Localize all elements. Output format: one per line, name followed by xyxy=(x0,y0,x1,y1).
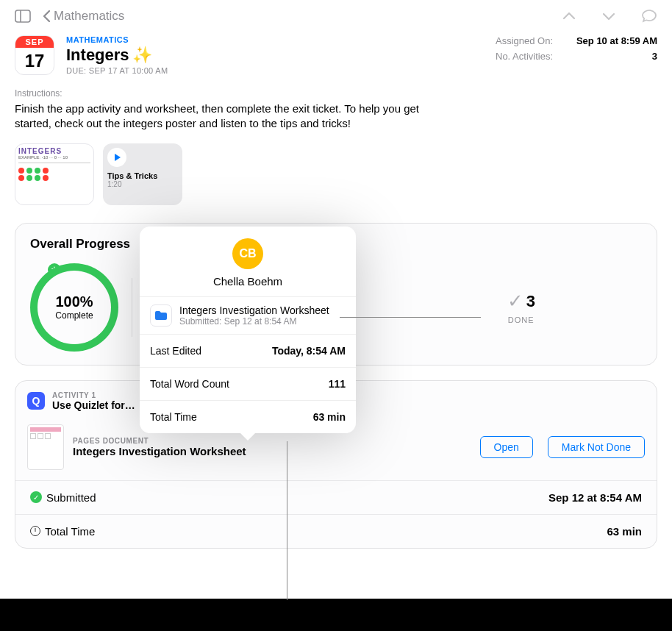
clock-icon xyxy=(30,526,40,536)
progress-complete-label: Complete xyxy=(55,310,93,321)
popup-row: Total Time63 min xyxy=(140,400,356,433)
submitted-value: Sep 12 at 8:54 AM xyxy=(548,491,642,504)
open-button[interactable]: Open xyxy=(480,436,533,458)
check-icon: ✓ xyxy=(507,290,523,313)
play-icon xyxy=(107,148,126,167)
total-time-value: 63 min xyxy=(607,525,642,538)
progress-ring: ★ 100% Complete xyxy=(30,263,118,352)
submitted-label: Submitted xyxy=(46,491,96,504)
popup-row: Total Word Count111 xyxy=(140,367,356,400)
done-stat: ✓3 DONE xyxy=(401,290,643,324)
attachments-row: INTEGERS EXAMPLE: -10 ··· 0 ··· 10 Tips … xyxy=(0,132,672,223)
svg-rect-0 xyxy=(15,10,30,22)
calendar-month: SEP xyxy=(15,36,54,48)
audio-duration: 1:20 xyxy=(107,180,178,188)
callout-line xyxy=(287,441,287,600)
student-detail-popup: CB Chella Boehm Integers Investigation W… xyxy=(140,227,356,433)
done-label: DONE xyxy=(508,316,535,324)
folder-icon xyxy=(150,304,172,327)
bottom-mask xyxy=(0,599,672,631)
calendar-day: 17 xyxy=(15,48,54,74)
quizlet-icon: Q xyxy=(27,392,45,410)
checkmark-icon: ✓ xyxy=(30,491,42,503)
instructions-label: Instructions: xyxy=(0,84,672,101)
chevron-up-icon[interactable] xyxy=(562,11,576,21)
activities-count-value: 3 xyxy=(652,51,657,62)
chevron-down-icon[interactable] xyxy=(601,11,616,21)
activity-name: Use Quizlet for… xyxy=(52,399,135,411)
activities-count-label: No. Activities: xyxy=(496,51,553,62)
sidebar-toggle-icon[interactable] xyxy=(15,10,31,23)
activity-index-label: ACTIVITY 1 xyxy=(52,391,135,399)
popup-document-row[interactable]: Integers Investigation Worksheet Submitt… xyxy=(140,296,356,334)
attachment-audio[interactable]: Tips & Tricks 1:20 xyxy=(103,143,182,205)
back-button[interactable]: Mathematics xyxy=(43,9,124,24)
assigned-on-label: Assigned On: xyxy=(496,35,553,46)
student-name: Chella Boehm xyxy=(149,275,347,288)
navbar: Mathematics xyxy=(0,0,672,32)
submitted-row: ✓ Submitted Sep 12 at 8:54 AM xyxy=(15,480,657,514)
assignment-header: SEP 17 MATHEMATICS Integers ✨ DUE: SEP 1… xyxy=(0,32,672,84)
document-title: Integers Investigation Worksheet xyxy=(73,445,246,457)
assignment-title: Integers ✨ xyxy=(66,46,484,65)
back-label: Mathematics xyxy=(54,9,124,24)
comment-icon[interactable] xyxy=(641,9,657,24)
audio-title: Tips & Tricks xyxy=(107,171,178,180)
mark-not-done-button[interactable]: Mark Not Done xyxy=(548,436,645,458)
popup-doc-title: Integers Investigation Worksheet xyxy=(179,304,346,316)
document-thumbnail[interactable] xyxy=(27,424,64,470)
total-time-row: Total Time 63 min xyxy=(15,514,657,548)
popup-doc-submitted: Submitted: Sep 12 at 8:54 AM xyxy=(179,316,346,327)
assigned-on-value: Sep 10 at 8:59 AM xyxy=(576,35,657,46)
popup-row: Last EditedToday, 8:54 AM xyxy=(140,334,356,367)
sparkles-icon: ✨ xyxy=(132,46,152,65)
document-category: PAGES DOCUMENT xyxy=(73,437,246,445)
total-time-label: Total Time xyxy=(45,525,95,538)
assignment-category: MATHEMATICS xyxy=(66,35,484,44)
instructions-text: Finish the app activity and worksheet, t… xyxy=(0,101,441,132)
attachment-poster[interactable]: INTEGERS EXAMPLE: -10 ··· 0 ··· 10 xyxy=(15,143,94,205)
avatar: CB xyxy=(232,238,263,269)
assignment-due: DUE: SEP 17 AT 10:00 AM xyxy=(66,66,484,75)
calendar-icon: SEP 17 xyxy=(15,35,54,75)
callout-line xyxy=(340,317,481,318)
progress-percent: 100% xyxy=(55,293,93,310)
